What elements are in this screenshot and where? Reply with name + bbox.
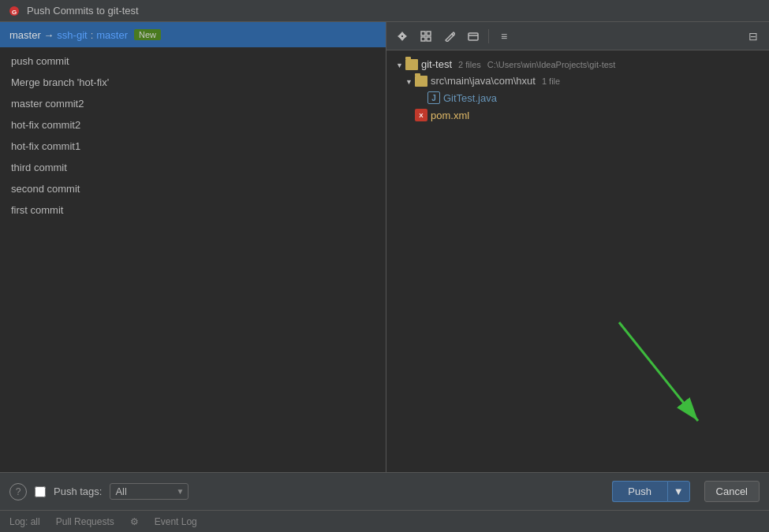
title-bar: G Push Commits to git-test [0,0,769,22]
commit-item[interactable]: push commit [0,50,386,72]
folder-icon [415,76,427,87]
commit-item[interactable]: third commit [0,157,386,178]
triangle-down-icon: ▼ [396,61,402,68]
right-toolbar: ≡ ⊟ [386,22,769,50]
commit-item[interactable]: hot-fix commit1 [0,136,386,157]
commit-list: push commit Merge branch 'hot-fix' maste… [0,47,386,472]
repo-link[interactable]: ssh-git [57,29,87,41]
commit-item[interactable]: master commit2 [0,93,386,114]
src-file-count: 1 file [542,76,560,86]
commit-item[interactable]: first commit [0,199,386,221]
expand-all-icon[interactable]: ⊟ [742,26,764,47]
commit-item[interactable]: second commit [0,178,386,199]
push-button-group: Push ▼ [612,481,690,502]
status-event-log[interactable]: Event Log [155,516,197,527]
right-panel: ≡ ⊟ ▼ git-test 2 files C:\Users\win\Idea… [386,22,769,472]
root-folder-name: git-test [421,58,452,70]
branch-prefix: master → [9,29,54,41]
cancel-button[interactable]: Cancel [704,481,760,502]
svg-line-13 [619,322,698,421]
tags-select[interactable]: All None Tags only [110,483,189,500]
tree-node-gittest[interactable]: ▶ J GitTest.java [393,90,763,106]
svg-text:G: G [12,9,17,16]
svg-rect-7 [427,32,431,35]
svg-marker-4 [398,33,401,39]
commit-item[interactable]: Merge branch 'hot-fix' [0,72,386,93]
edit-icon[interactable] [439,26,461,47]
window-icon[interactable] [462,26,484,47]
bottom-bar: ? Push tags: All None Tags only ▼ Push ▼… [0,472,769,510]
push-tags-checkbox[interactable] [35,486,46,497]
left-panel: master → ssh-git : master New push commi… [0,22,386,472]
triangle-down-icon: ▼ [405,78,412,84]
branch-header: master → ssh-git : master New [0,22,386,47]
green-arrow-svg [595,299,722,441]
status-gear-icon[interactable]: ⚙ [130,516,139,527]
tree-root: ▼ git-test 2 files C:\Users\win\IdeaProj… [393,57,763,123]
folder-icon [405,59,418,70]
move-icon[interactable] [391,26,413,47]
root-path: C:\Users\win\IdeaProjects\git-test [487,60,616,69]
java-filename: GitTest.java [443,92,497,104]
help-icon: ? [16,486,21,497]
svg-marker-5 [403,33,407,39]
xml-file-icon: X [415,109,427,121]
arrow-area [386,244,769,473]
branch-name-link[interactable]: master [96,29,128,41]
svg-rect-9 [427,37,431,41]
svg-rect-6 [421,32,425,35]
status-log-all[interactable]: Log: all [9,516,40,527]
push-tags-label: Push tags: [54,485,102,497]
branch-separator: : [91,29,94,41]
xml-filename: pom.xml [431,110,469,121]
grid-icon[interactable] [415,26,437,47]
status-bar: Log: all Pull Requests ⚙ Event Log [0,510,769,532]
toolbar-divider [488,29,489,43]
file-tree: ▼ git-test 2 files C:\Users\win\IdeaProj… [386,50,769,244]
help-button[interactable]: ? [9,483,27,500]
main-content: master → ssh-git : master New push commi… [0,22,769,472]
tree-node-root[interactable]: ▼ git-test 2 files C:\Users\win\IdeaProj… [393,57,763,72]
dropdown-arrow-icon: ▼ [674,485,684,497]
push-button[interactable]: Push [612,481,667,502]
new-badge: New [134,29,161,40]
root-file-count: 2 files [458,60,481,69]
src-folder-name: src\main\java\com\hxut [431,75,536,87]
tree-node-pom[interactable]: ▶ X pom.xml [393,107,763,123]
java-file-icon: J [427,91,440,104]
svg-rect-10 [468,33,478,40]
commit-item[interactable]: hot-fix commit2 [0,114,386,136]
tree-node-src[interactable]: ▼ src\main\java\com\hxut 1 file [393,73,763,88]
app-icon: G [8,5,21,17]
svg-rect-8 [421,37,425,41]
status-pull-requests[interactable]: Pull Requests [56,516,114,527]
tags-select-wrapper: All None Tags only ▼ [110,483,189,500]
push-dropdown-button[interactable]: ▼ [667,481,690,502]
dialog-title: Push Commits to git-test [27,5,139,17]
collapse-all-icon[interactable]: ≡ [493,26,515,47]
